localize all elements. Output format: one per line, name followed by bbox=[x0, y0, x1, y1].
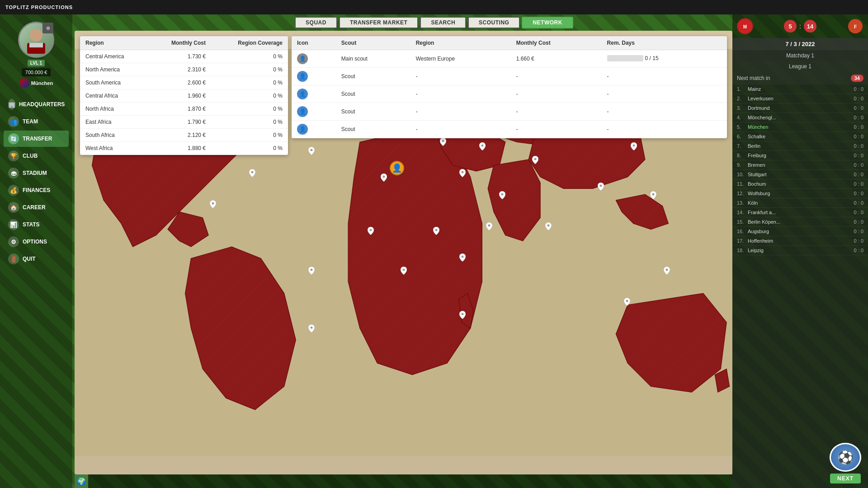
league-table-row[interactable]: 15. Berlin Köpen... 0 : 0 bbox=[732, 217, 868, 227]
scout-table-row[interactable]: 👤 Scout - - - bbox=[292, 103, 727, 121]
svg-point-11 bbox=[462, 171, 464, 174]
league-team-name: Berlin Köpen... bbox=[748, 219, 854, 225]
scout-header-icon: Icon bbox=[292, 36, 336, 50]
globe-button[interactable]: 🌍 bbox=[75, 474, 88, 488]
league-score: 0 : 0 bbox=[854, 105, 863, 111]
league-table: 1. Mainz 0 : 0 2. Leverkusen 0 : 0 3. Do… bbox=[732, 84, 868, 488]
scout-rem-days: - bbox=[602, 121, 727, 138]
map-pin[interactable] bbox=[459, 311, 466, 319]
league-rank: 4. bbox=[737, 115, 748, 120]
region-table[interactable]: Region Monthly Cost Region Coverage Cent… bbox=[80, 36, 288, 155]
scout-table-row[interactable]: 👤 Scout - - - bbox=[292, 121, 727, 138]
league-table-row[interactable]: 16. Augsburg 0 : 0 bbox=[732, 227, 868, 236]
league-rank: 12. bbox=[737, 191, 748, 196]
sidebar-item-stadium[interactable]: 🏟 STADIUM bbox=[4, 165, 69, 181]
league-table-row[interactable]: 2. Leverkusen 0 : 0 bbox=[732, 94, 868, 103]
nav-network[interactable]: NETWORK bbox=[522, 17, 573, 28]
league-table-row[interactable]: 13. Köln 0 : 0 bbox=[732, 198, 868, 208]
map-pin[interactable] bbox=[664, 267, 670, 275]
league-table-row[interactable]: 18. Leipzig 0 : 0 bbox=[732, 246, 868, 255]
nav-scouting[interactable]: SCOUTING bbox=[468, 17, 520, 28]
region-table-row[interactable]: North Africa 1.870 € 0 % bbox=[80, 103, 288, 116]
region-table-row[interactable]: Central Africa 1.960 € 0 % bbox=[80, 89, 288, 103]
region-coverage: 0 % bbox=[211, 76, 288, 89]
sidebar-nav: 🏢 HEADQUARTERS 👥 TEAM 🔄 TRANSFER 🏆 CLUB … bbox=[0, 96, 72, 267]
scout-table-row[interactable]: 👤 Main scout Western Europe 1.660 € 0 / … bbox=[292, 50, 727, 68]
nav-squad[interactable]: SQUAD bbox=[295, 17, 337, 28]
sidebar-item-quit[interactable]: 🚪 QUIT bbox=[4, 251, 69, 267]
scout-icon-cell: 👤 bbox=[292, 121, 336, 138]
region-table-row[interactable]: South Africa 2.120 € 0 % bbox=[80, 129, 288, 142]
map-pin[interactable] bbox=[499, 191, 505, 199]
sidebar-item-team[interactable]: 👥 TEAM bbox=[4, 113, 69, 130]
league-table-row[interactable]: 4. Mönchengl... 0 : 0 bbox=[732, 113, 868, 122]
league-table-row[interactable]: 17. Hoffenheim 0 : 0 bbox=[732, 236, 868, 246]
next-button[interactable]: NEXT bbox=[830, 474, 861, 483]
league-table-row[interactable]: 12. Wolfsburg 0 : 0 bbox=[732, 189, 868, 198]
sidebar-item-career[interactable]: 🏠 CAREER bbox=[4, 199, 69, 216]
sidebar-label-finances: FINANCES bbox=[23, 187, 50, 193]
league-table-row[interactable]: 6. Schalke 0 : 0 bbox=[732, 132, 868, 141]
map-pin[interactable] bbox=[210, 200, 216, 208]
region-table-row[interactable]: West Africa 1.880 € 0 % bbox=[80, 142, 288, 155]
map-pin[interactable] bbox=[631, 142, 637, 150]
region-table-row[interactable]: South America 2.600 € 0 % bbox=[80, 76, 288, 89]
region-header-cost: Monthly Cost bbox=[149, 36, 212, 50]
league-rank: 17. bbox=[737, 238, 748, 244]
sidebar-item-stats[interactable]: 📊 STATS bbox=[4, 216, 69, 233]
region-table-row[interactable]: East Africa 1.790 € 0 % bbox=[80, 116, 288, 129]
league-score: 0 : 0 bbox=[854, 181, 863, 187]
league-team-name: Bremen bbox=[748, 162, 854, 168]
league-table-row[interactable]: 11. Bochum 0 : 0 bbox=[732, 179, 868, 189]
map-pin[interactable] bbox=[532, 156, 538, 164]
map-pin[interactable] bbox=[486, 222, 492, 230]
league-table-row[interactable]: 7. Berlin 0 : 0 bbox=[732, 141, 868, 151]
nav-transfer-market[interactable]: TRANSFER MARKET bbox=[339, 17, 419, 28]
map-pin[interactable] bbox=[401, 267, 407, 275]
map-pin[interactable] bbox=[381, 174, 387, 182]
map-pin[interactable] bbox=[308, 324, 315, 333]
map-pin[interactable] bbox=[308, 267, 315, 275]
map-pin[interactable] bbox=[368, 227, 374, 235]
map-pin[interactable] bbox=[459, 253, 466, 262]
sidebar-item-finances[interactable]: 💰 FINANCES bbox=[4, 182, 69, 198]
map-pin[interactable] bbox=[249, 169, 255, 177]
map-pin[interactable] bbox=[440, 138, 446, 146]
league-team-name: Frankfurt a... bbox=[748, 210, 854, 215]
scout-icon-cell: 👤 bbox=[292, 50, 336, 68]
map-pin[interactable] bbox=[598, 183, 604, 191]
region-table-row[interactable]: North America 2.310 € 0 % bbox=[80, 63, 288, 76]
league-rank: 1. bbox=[737, 86, 748, 92]
league-rank: 3. bbox=[737, 105, 748, 111]
scout-table-row[interactable]: 👤 Scout - - - bbox=[292, 68, 727, 85]
scout-table-row[interactable]: 👤 Scout - - - bbox=[292, 85, 727, 103]
scout-region: - bbox=[410, 85, 511, 103]
mascot-image: ⚽ bbox=[830, 443, 861, 472]
league-table-row[interactable]: 1. Mainz 0 : 0 bbox=[732, 84, 868, 94]
svg-point-10 bbox=[442, 140, 444, 142]
league-table-row[interactable]: 3. Dortmund 0 : 0 bbox=[732, 103, 868, 113]
sidebar-item-transfer[interactable]: 🔄 TRANSFER bbox=[4, 131, 69, 147]
region-table-row[interactable]: Central America 1.730 € 0 % bbox=[80, 50, 288, 63]
nav-search[interactable]: SEARCH bbox=[420, 17, 466, 28]
league-score: 0 : 0 bbox=[854, 96, 863, 101]
map-pin[interactable] bbox=[479, 142, 486, 150]
map-pin[interactable] bbox=[308, 147, 315, 155]
league-score: 0 : 0 bbox=[854, 86, 863, 92]
league-table-row[interactable]: 10. Stuttgart 0 : 0 bbox=[732, 170, 868, 179]
league-table-row[interactable]: 9. Bremen 0 : 0 bbox=[732, 160, 868, 170]
map-pin[interactable] bbox=[650, 191, 656, 199]
scout-table[interactable]: Icon Scout Region Monthly Cost Rem. Days… bbox=[292, 36, 727, 138]
league-table-row[interactable]: 8. Freiburg 0 : 0 bbox=[732, 151, 868, 160]
sidebar-item-club[interactable]: 🏆 CLUB bbox=[4, 148, 69, 164]
map-pin[interactable] bbox=[545, 222, 552, 230]
map-pin[interactable] bbox=[459, 169, 466, 177]
sidebar-item-headquarters[interactable]: 🏢 HEADQUARTERS bbox=[4, 96, 69, 113]
league-team-name: München bbox=[748, 124, 854, 130]
map-pin[interactable] bbox=[624, 298, 630, 306]
sidebar-item-options[interactable]: ⚙ OPTIONS bbox=[4, 234, 69, 250]
league-table-row[interactable]: 5. München 0 : 0 bbox=[732, 122, 868, 132]
league-team-name: Mainz bbox=[748, 86, 854, 92]
map-pin[interactable] bbox=[433, 227, 439, 235]
league-table-row[interactable]: 14. Frankfurt a... 0 : 0 bbox=[732, 208, 868, 217]
